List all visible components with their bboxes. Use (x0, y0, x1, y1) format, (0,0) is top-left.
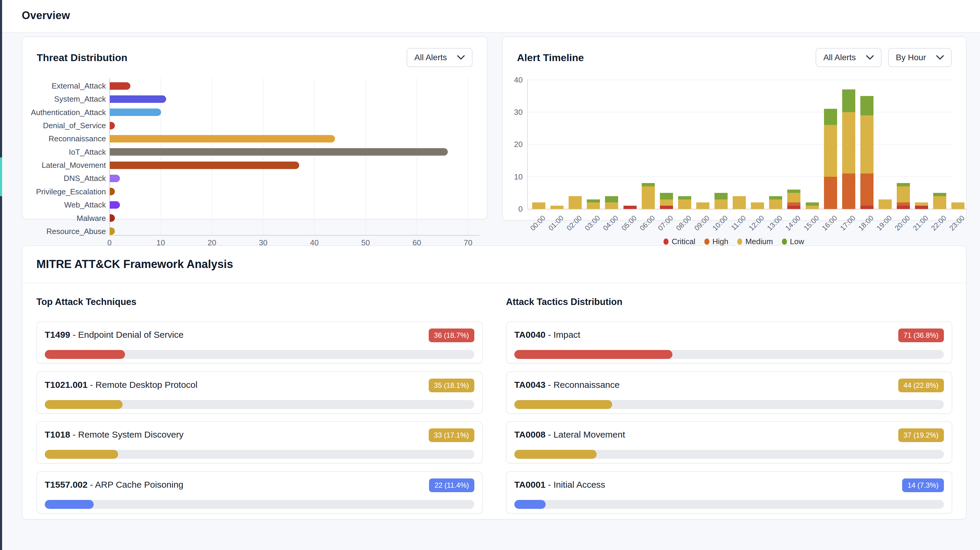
timeline-bar-segment-medium (842, 112, 855, 173)
sidebar-strip[interactable] (0, 0, 2, 550)
tactic-name: - Lateral Movement (546, 430, 625, 439)
technique-progress-track (45, 450, 474, 459)
threat-bar-iot_attack (110, 148, 448, 155)
timeline-bar-segment-low (933, 193, 946, 196)
threat-filter-dropdown[interactable]: All Alerts (407, 48, 473, 67)
tactic-progress-track (514, 350, 944, 359)
technique-progress-track (45, 400, 474, 409)
timeline-ytick-label: 0 (506, 204, 523, 214)
tactic-count-badge: 71 (36.8%) (898, 328, 944, 342)
threat-category-label: Reconnaissance (18, 134, 106, 143)
timeline-bar-segment-high (787, 203, 800, 206)
timeline-bar-segment-critical (897, 206, 910, 209)
timeline-bar-segment-critical (624, 206, 636, 209)
legend-swatch-medium (737, 238, 742, 245)
tactic-progress-track (514, 450, 944, 459)
timeline-bar-segment-medium (769, 200, 782, 209)
legend-label: Medium (745, 237, 773, 246)
tactic-item-title: TA0043 - Reconnaissance (514, 380, 620, 390)
timeline-bar-segment-critical (915, 206, 928, 209)
timeline-bar-segment-medium (878, 200, 892, 209)
legend-item-medium[interactable]: Medium (737, 237, 773, 246)
legend-item-low[interactable]: Low (782, 237, 804, 246)
tactic-progress-fill (514, 400, 612, 409)
tactic-code: TA0008 (514, 430, 546, 439)
threat-category-label: Malware (18, 214, 106, 223)
technique-progress-track (45, 500, 474, 509)
legend-swatch-critical (663, 238, 668, 245)
timeline-bar-segment-medium (569, 196, 582, 209)
timeline-bar-segment-medium (714, 200, 728, 209)
page-title: Overview (22, 9, 70, 22)
tactic-name: - Reconnaissance (546, 380, 620, 390)
timeline-bar-segment-medium (696, 203, 710, 209)
techniques-column: T1499 - Endpoint Denial of Service36 (18… (37, 246, 483, 520)
tactic-progress-fill (514, 350, 673, 359)
timeline-bar-segment-low (714, 193, 728, 200)
technique-progress-fill (45, 500, 94, 509)
timeline-bar-segment-critical (660, 206, 673, 209)
timeline-bar-segment-high (842, 173, 855, 209)
legend-label: Low (790, 237, 804, 246)
alert-groupby-dropdown[interactable]: By Hour (888, 48, 952, 67)
timeline-bar-segment-medium (861, 116, 873, 173)
technique-name: - Remote Desktop Protocol (88, 380, 197, 390)
technique-name: - Remote System Discovery (70, 430, 183, 439)
timeline-bar-segment-medium (733, 196, 746, 209)
threat-category-label: External_Attack (18, 81, 106, 90)
timeline-bar-segment-low (605, 196, 618, 203)
technique-progress-fill (45, 450, 118, 459)
timeline-bar-segment-low (842, 89, 855, 112)
legend-label: Critical (671, 237, 695, 246)
threat-category-label: DNS_Attack (18, 173, 106, 183)
timeline-bar-segment-high (824, 177, 837, 209)
technique-code: T1021.001 (45, 380, 88, 390)
timeline-bar-segment-medium (587, 203, 600, 209)
legend-item-critical[interactable]: Critical (663, 237, 695, 246)
tactic-count-badge: 44 (22.8%) (898, 379, 944, 392)
timeline-bar-segment-medium (824, 125, 837, 176)
threat-gridline (314, 78, 315, 236)
tactic-item: TA0043 - Reconnaissance44 (22.8%) (506, 371, 952, 414)
timeline-bar-segment-medium (915, 203, 928, 206)
timeline-bar-segment-low (824, 109, 837, 125)
tactic-progress-track (514, 400, 944, 409)
threat-category-label: Web_Attack (18, 200, 106, 209)
technique-count-badge: 22 (11.4%) (429, 479, 474, 492)
threat-bar-system_attack (110, 95, 166, 103)
timeline-bar-segment-medium (550, 206, 563, 209)
timeline-bar-segment-medium (951, 203, 964, 209)
timeline-bar-segment-low (787, 190, 800, 193)
threat-bar-external_attack (110, 82, 130, 90)
timeline-bar-segment-low (678, 196, 691, 200)
threat-bar-lateral_movement (110, 162, 299, 169)
chevron-down-icon (866, 55, 874, 60)
threat-gridline (263, 78, 263, 236)
legend-item-high[interactable]: High (704, 237, 728, 246)
tactic-code: TA0043 (514, 380, 546, 390)
technique-code: T1018 (45, 430, 70, 439)
timeline-bar-segment-critical (861, 206, 873, 209)
tactics-column: TA0040 - Impact71 (36.8%)TA0043 - Reconn… (506, 246, 952, 520)
threat-category-label: System_Attack (18, 94, 106, 104)
threat-category-label: Lateral_Movement (18, 160, 106, 170)
technique-code: T1557.002 (45, 480, 88, 490)
technique-item: T1557.002 - ARP Cache Poisoning22 (11.4%… (37, 471, 483, 514)
alert-timeline-title: Alert Timeline (517, 52, 584, 63)
chevron-down-icon (457, 55, 465, 60)
timeline-gridline (527, 79, 952, 80)
threat-bar-dns_attack (110, 175, 120, 182)
tactic-name: - Initial Access (546, 480, 605, 490)
alert-filter-dropdown[interactable]: All Alerts (816, 48, 881, 67)
timeline-bar-segment-low (587, 200, 600, 203)
tactic-item-title: TA0008 - Lateral Movement (514, 430, 625, 440)
threat-gridline (468, 78, 468, 236)
timeline-bar-segment-high (897, 203, 910, 206)
tactic-count-badge: 37 (19.2%) (898, 428, 944, 442)
technique-item: T1499 - Endpoint Denial of Service36 (18… (37, 321, 483, 364)
timeline-bar-segment-low (897, 183, 910, 186)
threat-bar-authentication_attack (110, 108, 161, 116)
technique-count-badge: 36 (18.7%) (429, 328, 474, 342)
timeline-bar-segment-low (861, 96, 873, 116)
technique-progress-fill (45, 350, 125, 359)
